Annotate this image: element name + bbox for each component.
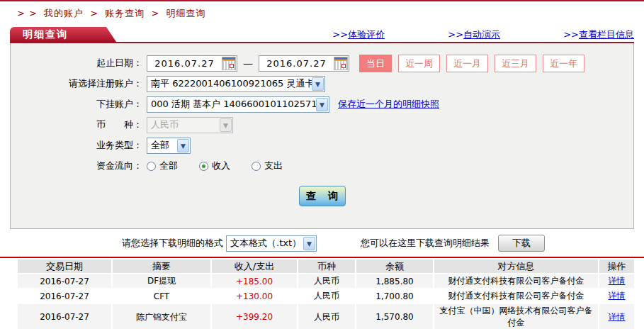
cell-summary: DF提现 [112,274,211,289]
radio-icon[interactable] [252,162,261,171]
chevron-down-icon: ▼ [316,98,328,111]
download-row: 请您选择下载明细的格式 文本格式（.txt） ▼ 您可以在这里下载查询明细结果 … [122,234,644,252]
breadcrumb-item-detail-query[interactable]: 明细查询 [166,8,205,18]
cell-amount: +130.00 [211,289,298,303]
col-header-balance: 余额 [356,260,434,274]
sub-account-value: 000 活期 基本户 1406600101102571848 [147,98,316,111]
breadcrumb-prefix: > > [17,8,38,18]
business-type-value: 全部 [147,139,177,152]
link-auto-demo[interactable]: >>自动演示 [448,29,500,40]
breadcrumb-separator: > [90,8,98,18]
register-account-label: 请选择注册账户： [11,77,142,90]
cell-balance: 1,700.80 [356,289,434,303]
radio-option-expense[interactable]: 支出 [252,160,283,172]
cell-amount: +185.00 [211,274,298,289]
business-type-row: 业务类型： 全部 ▼ [11,137,633,154]
breadcrumb-item-account-query[interactable]: 账务查询 [105,8,145,18]
radio-label: 收入 [212,160,230,172]
register-account-row: 请选择注册账户： 南平 6222001406100921065 灵通卡 ▼ [11,75,633,92]
link-prefix: >> [563,29,579,40]
col-header-summary: 摘要 [112,260,211,274]
radio-option-income[interactable]: 收入 [199,160,230,172]
preset-last-month-button[interactable]: 近一月 [446,55,488,72]
link-experience-rating[interactable]: >>体验评价 [332,29,385,40]
download-format-value: 文本格式（.txt） [227,237,303,250]
query-form-panel: 起止日期： 2016.07.27 — 2016.07.27 当日 近一周 近一月… [10,43,634,229]
table-top-divider [0,257,644,258]
calendar-icon[interactable] [334,57,348,70]
cell-date: 2016-07-27 [18,303,112,329]
breadcrumb-separator: > [151,8,159,18]
cell-balance: 1,885.80 [356,274,434,289]
section-header: 明细查询 >>体验评价 >>自动演示 >>查看栏目信息 [10,27,634,42]
currency-row: 币 种： 人民币 ▼ [11,116,633,133]
fund-flow-label: 资金流向： [11,160,142,172]
download-format-select[interactable]: 文本格式（.txt） ▼ [226,235,317,252]
header-links: >>体验评价 >>自动演示 >>查看栏目信息 [272,28,634,41]
cell-date: 2016-07-27 [18,289,112,303]
download-button[interactable]: 下载 [498,235,545,252]
cell-date: 2016-07-27 [18,274,112,289]
preset-last-3-months-button[interactable]: 近三月 [495,55,536,72]
calendar-icon[interactable] [222,57,236,70]
col-header-date: 交易日期 [18,260,112,274]
cell-summary: 陈广锦支付宝 [112,303,211,329]
breadcrumb: > > 我的账户 > 账务查询 > 明细查询 [17,7,644,20]
transactions-table: 交易日期 摘要 收入/支出 币种 余额 对方信息 操作 2016-07-27 D… [18,260,634,329]
start-date-value: 2016.07.27 [147,58,222,69]
link-prefix: >> [332,29,348,40]
cell-currency: 人民币 [298,274,356,289]
link-label: 体验评价 [348,29,385,40]
top-accent-line [0,0,644,1]
col-header-action: 操作 [599,260,634,274]
save-snapshot-link[interactable]: 保存近一个月的明细快照 [338,98,439,111]
detail-link[interactable]: 详情 [609,291,626,301]
date-range-row: 起止日期： 2016.07.27 — 2016.07.27 当日 近一周 近一月… [11,55,633,72]
detail-link[interactable]: 详情 [609,312,626,322]
page-title-tab: 明细查询 [10,27,116,42]
business-type-select[interactable]: 全部 ▼ [147,138,191,154]
date-range-label: 起止日期： [11,57,142,69]
table-row: 2016-07-27 DF提现 +185.00 人民币 1,885.80 财付通… [18,274,634,289]
query-button-row: 查 询 [11,186,633,206]
query-button[interactable]: 查 询 [299,186,346,206]
chevron-down-icon: ▼ [177,139,189,152]
date-range-dash: — [243,57,253,69]
end-date-input[interactable]: 2016.07.27 [259,55,349,72]
register-account-value: 南平 6222001406100921065 灵通卡 [147,77,312,90]
start-date-input[interactable]: 2016.07.27 [147,55,237,72]
radio-icon[interactable] [147,162,156,171]
preset-today-button[interactable]: 当日 [359,55,392,72]
date-presets: 当日 近一周 近一月 近三月 近一年 [359,55,591,72]
cell-amount: +399.20 [211,303,298,329]
cell-counterparty: 支付宝（中国）网络技术有限公司客户备付金 [434,303,599,329]
col-header-counterparty: 对方信息 [434,260,599,274]
detail-link[interactable]: 详情 [609,276,626,286]
radio-label: 全部 [159,160,178,172]
business-type-label: 业务类型： [11,139,142,152]
preset-last-year-button[interactable]: 近一年 [543,55,584,72]
col-header-amount: 收入/支出 [211,260,298,274]
register-account-select[interactable]: 南平 6222001406100921065 灵通卡 ▼ [147,76,325,92]
link-label: 查看栏目信息 [579,29,634,40]
tab-underline [10,42,634,43]
radio-option-all[interactable]: 全部 [147,160,178,172]
chevron-down-icon: ▼ [303,237,315,250]
fund-flow-options: 全部 收入 支出 [147,160,304,172]
cell-currency: 人民币 [298,303,356,329]
breadcrumb-item-my-account[interactable]: 我的账户 [44,8,84,18]
sub-account-label: 下挂账户： [11,98,142,111]
sub-account-select[interactable]: 000 活期 基本户 1406600101102571848 ▼ [147,96,329,113]
col-header-currency: 币种 [298,260,356,274]
download-hint: 您可以在这里下载查询明细结果 [361,237,490,250]
table-header-row: 交易日期 摘要 收入/支出 币种 余额 对方信息 操作 [18,260,634,274]
cell-counterparty: 财付通支付科技有限公司客户备付金 [434,274,599,289]
cell-summary: CFT [112,289,211,303]
preset-last-week-button[interactable]: 近一周 [398,55,440,72]
table-row: 2016-07-27 CFT +130.00 人民币 1,700.80 财付通支… [18,289,634,303]
currency-value: 人民币 [147,118,220,131]
link-view-column-info[interactable]: >>查看栏目信息 [563,29,634,40]
table-row: 2016-07-27 陈广锦支付宝 +399.20 人民币 1,570.80 支… [18,303,634,329]
radio-icon[interactable] [199,162,208,171]
cell-currency: 人民币 [298,289,356,303]
